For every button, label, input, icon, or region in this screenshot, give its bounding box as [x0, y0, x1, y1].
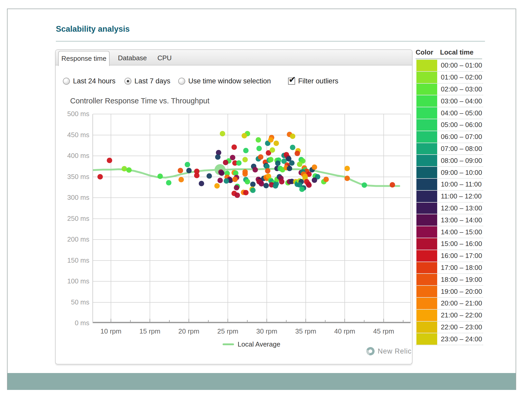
scatter-point[interactable] — [242, 171, 248, 177]
radio-last-24-hours-label[interactable]: Last 24 hours — [73, 77, 116, 85]
scatter-point[interactable] — [235, 192, 240, 198]
scatter-point[interactable] — [107, 158, 112, 163]
hour-legend-header-rule — [416, 58, 482, 59]
hour-range-label: 11:00 – 12:00 — [441, 191, 482, 202]
hour-color-swatch — [416, 131, 437, 143]
x-axis-label: 20 rpm — [171, 327, 207, 335]
scatter-point[interactable] — [290, 134, 295, 139]
hour-color-swatch — [416, 84, 437, 95]
scatter-point[interactable] — [256, 146, 262, 151]
scatter-point[interactable] — [243, 190, 249, 195]
scatter-point[interactable] — [258, 154, 263, 160]
scatter-point[interactable] — [166, 180, 171, 185]
radio-last-7-days[interactable] — [124, 78, 131, 85]
scatter-point[interactable] — [157, 174, 163, 179]
scatter-point[interactable] — [186, 168, 192, 173]
scatter-point[interactable] — [219, 170, 224, 176]
hour-legend-row: 04:00 – 05:00 — [416, 107, 483, 119]
hour-range-label: 13:00 – 14:00 — [441, 214, 482, 226]
scatter-point[interactable] — [295, 151, 300, 156]
scatter-point[interactable] — [178, 168, 183, 173]
y-axis-label: 150 ms — [58, 256, 89, 264]
filter-outliers-label[interactable]: Filter outliers — [298, 77, 338, 85]
hour-legend-row: 10:00 – 11:00 — [416, 179, 483, 191]
scatter-point[interactable] — [234, 185, 239, 190]
y-axis-label: 100 ms — [58, 277, 89, 285]
scatter-point[interactable] — [268, 157, 274, 162]
scatter-point[interactable] — [217, 178, 223, 183]
scatter-point[interactable] — [242, 133, 247, 138]
scatter-point[interactable] — [299, 187, 305, 192]
scatter-point[interactable] — [224, 178, 229, 184]
hour-legend-row: 05:00 – 06:00 — [416, 119, 483, 131]
scatter-point[interactable] — [268, 137, 274, 143]
scatter-point[interactable] — [250, 182, 256, 187]
scatter-point[interactable] — [236, 160, 242, 166]
tab-cpu[interactable]: CPU — [157, 54, 172, 62]
radio-time-window-selection[interactable] — [178, 78, 185, 85]
scatter-point[interactable] — [263, 183, 269, 188]
scatter-point[interactable] — [279, 179, 284, 184]
scatter-point[interactable] — [185, 162, 190, 167]
scatter-point[interactable] — [232, 177, 238, 182]
scatter-point[interactable] — [312, 177, 317, 183]
scatter-point[interactable] — [274, 141, 279, 146]
scatter-point[interactable] — [214, 183, 220, 189]
scatter-point[interactable] — [362, 182, 367, 188]
scatter-point[interactable] — [245, 179, 250, 184]
checkmark-icon: ✔ — [289, 75, 296, 84]
hour-range-label: 22:00 – 23:00 — [441, 322, 482, 333]
radio-time-window-selection-label[interactable]: Use time window selection — [188, 77, 271, 85]
scatter-point[interactable] — [344, 166, 350, 171]
scatter-point[interactable] — [220, 131, 225, 136]
scatter-point[interactable] — [287, 166, 292, 171]
scatter-point[interactable] — [215, 154, 221, 160]
x-axis-label: 45 rpm — [365, 327, 402, 335]
scatter-point[interactable] — [344, 176, 350, 181]
y-axis-label: 500 ms — [58, 110, 89, 118]
scatter-point[interactable] — [199, 181, 204, 186]
scatter-point[interactable] — [194, 173, 200, 178]
scatter-point[interactable] — [231, 144, 237, 150]
scatter-point[interactable] — [252, 167, 258, 172]
scatter-point[interactable] — [243, 148, 249, 153]
scatter-point[interactable] — [273, 183, 278, 189]
scatter-point[interactable] — [250, 188, 256, 193]
page-title: Scalability analysis — [56, 24, 130, 34]
scatter-point[interactable] — [242, 157, 248, 162]
scatter-point[interactable] — [306, 182, 312, 188]
hour-range-label: 05:00 – 06:00 — [441, 119, 482, 131]
hour-legend-row: 17:00 – 18:00 — [416, 262, 483, 274]
scatter-point[interactable] — [289, 160, 295, 166]
hour-color-swatch — [416, 143, 437, 155]
hour-color-swatch — [416, 214, 437, 226]
scatter-point[interactable] — [178, 177, 184, 182]
scatter-point[interactable] — [223, 160, 228, 165]
radio-last-24-hours[interactable] — [63, 78, 70, 85]
scatter-point[interactable] — [290, 145, 295, 150]
scatter-point[interactable] — [323, 177, 329, 182]
hour-range-label: 03:00 – 04:00 — [441, 95, 482, 107]
scatter-point[interactable] — [390, 182, 395, 188]
scatter-point[interactable] — [275, 161, 281, 166]
scatter-point[interactable] — [265, 168, 270, 174]
scatter-point[interactable] — [270, 147, 275, 153]
tab-response-time[interactable]: Response time — [58, 51, 110, 66]
filter-outliers-checkbox[interactable]: ✔ — [288, 78, 295, 85]
hour-legend-row: 08:00 – 09:00 — [416, 155, 483, 167]
scatter-point[interactable] — [126, 167, 132, 173]
scatter-point[interactable] — [297, 162, 302, 167]
scatter-point[interactable] — [97, 174, 103, 179]
y-axis-label: 200 ms — [58, 235, 89, 243]
y-axis-label: 450 ms — [58, 131, 89, 139]
hour-legend-row: 00:00 – 01:00 — [416, 60, 483, 72]
scatter-point[interactable] — [122, 166, 127, 171]
scatter-point[interactable] — [256, 137, 261, 143]
radio-last-7-days-label[interactable]: Last 7 days — [135, 77, 170, 85]
hour-legend-row: 23:00 – 24:00 — [416, 333, 483, 345]
tab-database[interactable]: Database — [118, 54, 147, 62]
hour-range-label: 17:00 – 18:00 — [441, 262, 482, 274]
x-axis-label: 30 rpm — [249, 327, 285, 335]
scatter-point[interactable] — [207, 173, 212, 179]
scatter-point[interactable] — [312, 164, 317, 170]
